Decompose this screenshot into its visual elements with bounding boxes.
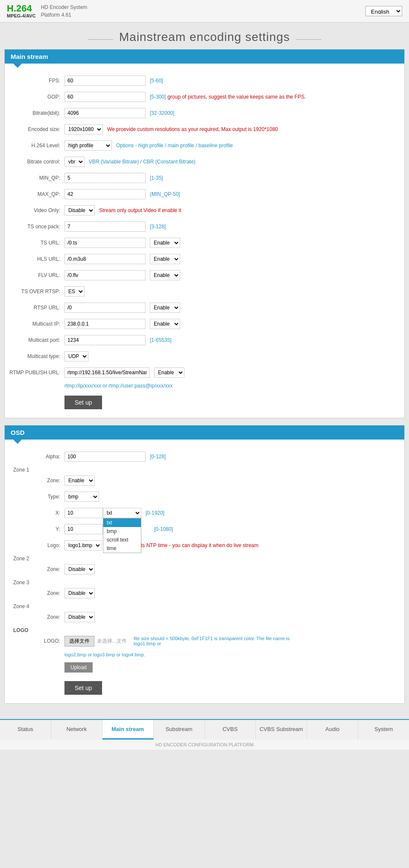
bitrate-control-select[interactable]: vbr cbr: [64, 157, 85, 167]
zone1-zone-row: Zone: Enable Disable: [9, 475, 400, 486]
video-only-label: Video Only:: [9, 207, 64, 213]
page-title: Mainstream encoding settings: [119, 30, 290, 44]
bitrate-control-row: Bitrate control: vbr cbr VBR (Variable B…: [9, 156, 400, 168]
zone2-zone-label: Zone:: [9, 566, 64, 572]
rtsp-url-label: RTSP URL:: [9, 305, 64, 311]
rtsp-url-enable-select[interactable]: Enable Disable: [150, 303, 180, 313]
min-qp-input[interactable]: [64, 173, 146, 183]
app-header: H.264 MPEG-4/AVC HD Encoder System Platf…: [0, 0, 409, 23]
platform-version: Platform 4.61: [41, 11, 88, 19]
logo-mpeg: MPEG-4/AVC: [7, 13, 36, 18]
zone2-label: Zone 2: [13, 556, 400, 562]
multicast-port-input[interactable]: [64, 335, 146, 345]
multicast-ip-enable-select[interactable]: Enable Disable: [150, 319, 180, 329]
zone2-zone-select[interactable]: Disable Enable: [64, 564, 95, 574]
nav-system[interactable]: System: [358, 720, 409, 740]
rtmp-publish-row: RTMP PUBLISH URL: Enable Disable: [9, 367, 400, 379]
osd-title: OSD: [11, 429, 25, 436]
ts-url-input[interactable]: [64, 238, 146, 248]
logo-block: H.264 MPEG-4/AVC: [7, 4, 36, 18]
ts-url-enable-select[interactable]: Enable Disable: [150, 238, 180, 248]
nav-substream[interactable]: Substream: [154, 720, 205, 740]
h264-level-hint: Options - high profile / main profile / …: [116, 143, 233, 149]
multicast-type-select[interactable]: UDP TCP: [64, 351, 88, 361]
zone1-zone-label: Zone:: [9, 478, 64, 484]
dropdown-item-bmp[interactable]: bmp: [103, 527, 141, 536]
zone1-y-hint: [0-1080]: [154, 526, 173, 532]
zone1-x-row: X: txt bmp scroll text time txt bmp scro…: [9, 507, 400, 519]
ts-once-pack-input[interactable]: [64, 221, 146, 232]
gop-input[interactable]: [64, 92, 146, 102]
nav-status[interactable]: Status: [0, 720, 51, 740]
osd-setup-button[interactable]: Set up: [64, 681, 102, 695]
zone1-y-row: Y: [0-1080]: [9, 523, 400, 535]
rtsp-url-row: RTSP URL: Enable Disable: [9, 302, 400, 314]
zone1-y-input[interactable]: [64, 524, 103, 534]
osd-type-dropdown[interactable]: txt bmp scroll text time txt bmp scroll …: [103, 508, 141, 518]
zone4-zone-select[interactable]: Disable Enable: [64, 612, 95, 622]
nav-cvbs[interactable]: CVBS: [205, 720, 256, 740]
encoded-size-hint: We proevide custom resolutions as your r…: [107, 126, 278, 132]
file-hint: file size should < 500kbyte, 0xF1F1F1 is…: [134, 636, 304, 646]
rtmp-publish-input[interactable]: [64, 367, 150, 378]
ts-over-rtsp-select[interactable]: ES TS: [64, 286, 85, 297]
ts-once-pack-row: TS once pack: [3-128]: [9, 221, 400, 233]
max-qp-input[interactable]: [64, 189, 146, 199]
fps-input[interactable]: [64, 76, 146, 86]
bitrate-input[interactable]: [64, 108, 146, 118]
hls-url-enable-select[interactable]: Enable Disable: [150, 254, 180, 264]
zone1-logo-select[interactable]: logo1.bmp logo2.bmp logo3.bmp logo4.bmp: [64, 540, 102, 551]
video-only-select[interactable]: Disable Enable: [64, 205, 95, 216]
zone1-x-hint: [0-1920]: [146, 510, 164, 516]
zone1-type-select[interactable]: bmp txt scroll text time: [64, 492, 99, 502]
bitrate-control-hint: VBR (Variable Bitrate) / CBR (Constant B…: [89, 159, 196, 165]
ts-url-label: TS URL:: [9, 240, 64, 246]
fps-hint: [5-60]: [150, 78, 163, 84]
flv-url-label: FLV URL:: [9, 272, 64, 278]
osd-section-arrow: [13, 440, 22, 444]
zone3-zone-select[interactable]: Disable Enable: [64, 588, 95, 598]
language-select[interactable]: English Chinese: [365, 6, 402, 16]
choose-file-button[interactable]: 选择文件: [64, 636, 94, 647]
alpha-input[interactable]: [64, 451, 146, 462]
rtmp-hint-text: rtmp://ip/xxx/xxx or rtmp://user:pass@ip…: [64, 383, 400, 389]
zone3-zone-row: Zone: Disable Enable: [9, 587, 400, 599]
ts-over-rtsp-row: TS OVER RTSP: ES TS: [9, 285, 400, 297]
main-stream-title: Main stream: [11, 53, 48, 60]
hls-url-input[interactable]: [64, 254, 146, 264]
ts-once-pack-label: TS once pack:: [9, 224, 64, 230]
h264-level-row: H.264 Level: high profile main profile b…: [9, 140, 400, 151]
nav-cvbs-substream[interactable]: CVBS Substream: [256, 720, 307, 740]
bitrate-label: Bitrate(kbit):: [9, 110, 64, 116]
h264-level-select[interactable]: high profile main profile baseline profi…: [64, 140, 112, 151]
file-name-display: 未选择...文件: [97, 638, 127, 645]
zone1-type-label: Type:: [9, 494, 64, 500]
zone1-zone-select[interactable]: Enable Disable: [64, 475, 95, 486]
nav-audio[interactable]: Audio: [307, 720, 358, 740]
zone1-x-input[interactable]: [64, 508, 103, 518]
upload-button[interactable]: Upload: [64, 662, 93, 673]
nav-main-stream[interactable]: Main stream: [102, 720, 154, 740]
dropdown-item-txt[interactable]: txt: [103, 518, 141, 527]
osd-type-select-x[interactable]: txt bmp scroll text time: [103, 508, 141, 518]
osd-setup-area: Set up: [9, 677, 400, 696]
dropdown-item-time[interactable]: time: [103, 544, 141, 553]
flv-url-enable-select[interactable]: Enable Disable: [150, 270, 180, 280]
logo-text: HD Encoder System Platform 4.61: [41, 3, 88, 19]
flv-url-input[interactable]: [64, 270, 146, 280]
encoded-size-label: Encoded size:: [9, 126, 64, 132]
main-stream-setup-button[interactable]: Set up: [64, 396, 102, 409]
main-stream-body: FPS: [5-60] GOP: [5-300] group of pictur…: [5, 68, 404, 418]
nav-network[interactable]: Network: [51, 720, 102, 740]
zone4-label: Zone 4: [13, 603, 400, 609]
zone3-zone-label: Zone:: [9, 590, 64, 596]
encoded-size-select[interactable]: 1920x1080 1280x720 640x480: [64, 124, 103, 134]
dropdown-menu: txt bmp scroll text time: [103, 518, 141, 553]
dropdown-item-scroll-text[interactable]: scroll text: [103, 536, 141, 544]
multicast-ip-input[interactable]: [64, 319, 146, 329]
rtmp-publish-enable-select[interactable]: Enable Disable: [154, 367, 184, 378]
zone4-zone-label: Zone:: [9, 614, 64, 620]
ts-once-pack-hint: [3-128]: [150, 224, 166, 230]
rtsp-url-input[interactable]: [64, 303, 146, 313]
main-stream-header: Main stream: [5, 50, 404, 64]
